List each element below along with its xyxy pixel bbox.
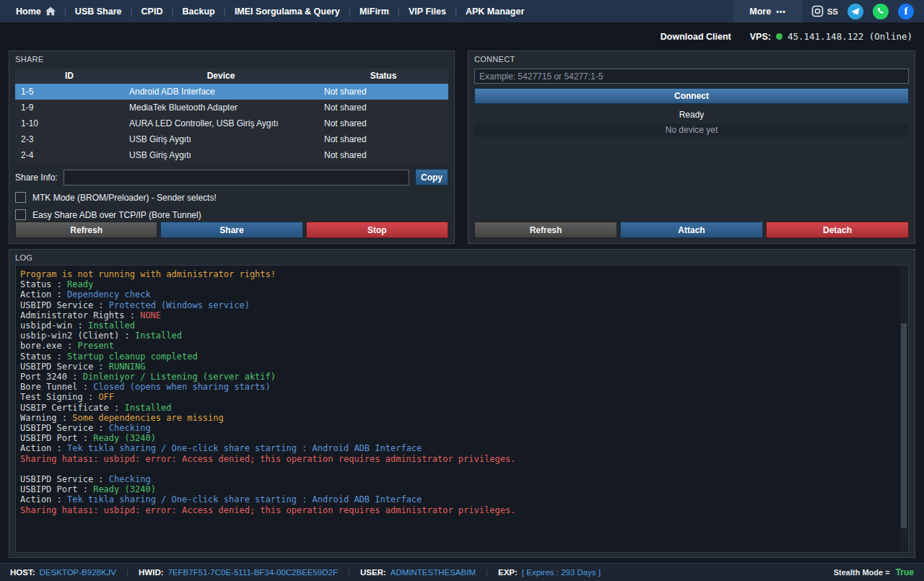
nav-menu: Home|USB Share|CPID|Backup|IMEI Sorgulam… (7, 0, 533, 22)
download-client-link[interactable]: Download Client (661, 32, 731, 42)
cell-status: Not shared (318, 147, 448, 163)
checkbox-label: MTK Mode (BROM/Preloader) - Sender selec… (32, 193, 217, 203)
cell-id: 1-5 (15, 84, 123, 100)
vps-label: VPS: (750, 32, 771, 42)
log-line: USBIPD Port : Ready (3240) (20, 484, 907, 494)
connect-panel-title: CONNECT (474, 55, 909, 64)
nav-item-mifirm[interactable]: MiFirm (351, 0, 398, 22)
cell-device: AURA LED Controller, USB Giriş Aygıtı (123, 115, 318, 131)
log-line: Status : Ready (20, 279, 907, 289)
log-line (20, 464, 907, 474)
user-value: ADMINTESTHESABIM (391, 568, 476, 577)
log-line: USBIP Certificate : Installed (20, 403, 907, 413)
whatsapp-icon[interactable] (873, 4, 889, 19)
cell-id: 1-9 (15, 100, 123, 115)
cell-status: Not shared (318, 115, 448, 131)
log-line: Sharing hatası: usbipd: error: Access de… (20, 505, 907, 515)
stealth-mode: Stealth Mode = True (834, 567, 914, 577)
checkbox-easy-share-adb-over-tcp-[interactable]: Easy Share ADB over TCP/IP (Bore Tunnel) (15, 209, 448, 220)
nav-item-label: APK Manager (466, 6, 524, 17)
stealth-mode-value: True (896, 567, 914, 577)
cell-status: Not shared (318, 100, 448, 115)
nav-item-imei-sorgulama-query[interactable]: IMEI Sorgulama & Query (226, 0, 349, 22)
nav-item-cpid[interactable]: CPID (133, 0, 172, 22)
nav-item-backup[interactable]: Backup (174, 0, 224, 22)
more-button[interactable]: More ••• (733, 0, 801, 22)
table-row[interactable]: 1-10AURA LED Controller, USB Giriş Aygıt… (15, 115, 448, 131)
checkbox-box[interactable] (15, 209, 26, 220)
column-header-status[interactable]: Status (318, 69, 448, 84)
log-line: USBIPD Port : Ready (3240) (20, 433, 907, 443)
vps-online-dot-icon (776, 33, 783, 40)
home-icon (45, 6, 56, 16)
connect-button[interactable]: Connect (474, 88, 909, 104)
facebook-icon[interactable]: f (898, 4, 914, 19)
exp-label: EXP: (498, 568, 518, 577)
cell-id: 2-4 (15, 147, 123, 163)
connect-panel: CONNECT Connect Ready No device yet Refr… (468, 51, 915, 244)
statusbar-separator: | (126, 568, 128, 577)
copy-button[interactable]: Copy (415, 169, 448, 185)
log-line: Bore Tunnel : Closed (opens when sharing… (20, 382, 907, 392)
stop-button[interactable]: Stop (306, 222, 448, 238)
log-scrollbar[interactable] (900, 266, 907, 551)
table-row[interactable]: 2-3USB Giriş AygıtıNot shared (15, 131, 448, 147)
screenshot-button[interactable]: SS (811, 5, 838, 17)
log-line: USBIPD Service : Protected (Windows serv… (20, 300, 907, 310)
device-table-header: IDDeviceStatus (15, 69, 448, 84)
checkbox-mtk-mode-brom-preloader-[interactable]: MTK Mode (BROM/Preloader) - Sender selec… (15, 192, 448, 203)
column-header-id[interactable]: ID (15, 69, 123, 84)
log-line: Action : Tek tıkla sharing / One-click s… (20, 443, 907, 453)
subheader: Download Client VPS: 45.141.148.122 (Onl… (0, 22, 924, 51)
log-line: usbip-win2 (Client) : Installed (20, 331, 907, 341)
checkbox-box[interactable] (15, 192, 26, 203)
share-refresh-button[interactable]: Refresh (15, 222, 157, 238)
table-row[interactable]: 1-5Android ADB InterfaceNot shared (15, 84, 448, 100)
statusbar-separator: | (486, 568, 488, 577)
statusbar-separator: | (348, 568, 350, 577)
log-line: usbipd-win : Installed (20, 320, 907, 331)
nav-item-usb-share[interactable]: USB Share (66, 0, 131, 22)
nav-item-label: USB Share (75, 6, 122, 17)
log-line: Port 3240 : Dinleniyor / Listening (serv… (20, 372, 907, 382)
nav-item-label: CPID (141, 6, 163, 17)
log-scrollbar-thumb[interactable] (901, 323, 907, 528)
connect-refresh-button[interactable]: Refresh (474, 222, 617, 238)
table-row[interactable]: 1-9MediaTek Bluetooth AdapterNot shared (15, 100, 448, 115)
device-table-body: 1-5Android ADB InterfaceNot shared1-9Med… (15, 84, 448, 163)
host-value: DESKTOP-B928KJV (40, 568, 117, 577)
device-table: IDDeviceStatus 1-5Android ADB InterfaceN… (15, 69, 448, 163)
cell-status: Not shared (318, 131, 448, 147)
cell-device: MediaTek Bluetooth Adapter (123, 100, 318, 115)
remote-device-list-empty: No device yet (474, 123, 909, 137)
detach-button[interactable]: Detach (766, 222, 909, 238)
checkbox-label: Easy Share ADB over TCP/IP (Bore Tunnel) (32, 210, 201, 220)
cell-id: 2-3 (15, 131, 123, 147)
table-row[interactable]: 2-4USB Giriş AygıtıNot shared (15, 147, 448, 163)
cell-device: USB Giriş Aygıtı (123, 147, 318, 163)
log-line: Action : Tek tıkla sharing / One-click s… (20, 494, 907, 504)
connect-id-input[interactable] (474, 69, 909, 84)
cell-device: USB Giriş Aygıtı (123, 131, 318, 147)
hwid-label: HWID: (139, 568, 164, 577)
share-options: MTK Mode (BROM/Preloader) - Sender selec… (15, 192, 448, 220)
share-info-input[interactable] (64, 170, 409, 185)
share-button[interactable]: Share (160, 222, 302, 238)
connect-status-text: Ready (474, 110, 909, 120)
nav-item-home[interactable]: Home (7, 0, 64, 22)
nav-item-apk-manager[interactable]: APK Manager (457, 0, 533, 22)
log-line: USBIPD Service : RUNNING (20, 362, 907, 372)
column-header-device[interactable]: Device (123, 69, 318, 84)
telegram-icon[interactable] (847, 4, 863, 19)
attach-button[interactable]: Attach (620, 222, 763, 238)
log-panel: LOG Program is not running with administ… (9, 249, 915, 558)
log-line: Warning : Some dependencies are missing (20, 413, 907, 423)
nav-item-label: IMEI Sorgulama & Query (235, 6, 340, 17)
nav-item-label: Home (16, 6, 41, 17)
nav-item-vip-files[interactable]: VIP Files (400, 0, 455, 22)
log-line: USBIPD Service : Checking (20, 423, 907, 433)
host-label: HOST: (10, 568, 35, 577)
share-buttons-row: Refresh Share Stop (15, 222, 448, 238)
connect-buttons-row: Refresh Attach Detach (474, 222, 909, 238)
status-bar: HOST: DESKTOP-B928KJV | HWID: 7EFB7F51-7… (0, 563, 924, 581)
